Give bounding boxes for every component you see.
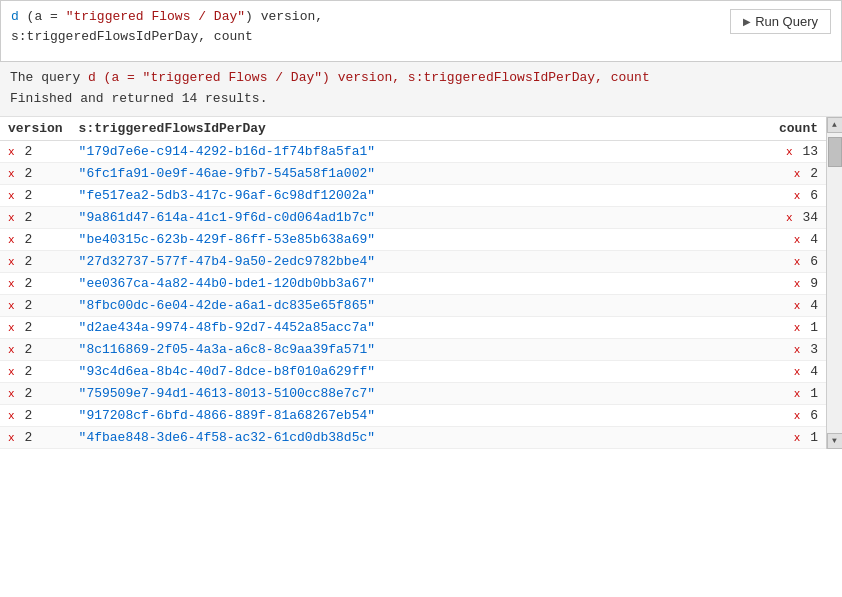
table-row: x 2"8fbc00dc-6e04-42de-a6a1-dc835e65f865…	[0, 294, 826, 316]
info-suffix: Finished and returned 14 results.	[10, 91, 267, 106]
results-container: version s:triggeredFlowsIdPerDay count x…	[0, 117, 842, 449]
query-bar: d (a = "triggered Flows / Day") version,…	[0, 0, 842, 62]
scroll-track[interactable]	[827, 133, 842, 433]
x-icon: x	[794, 168, 801, 180]
id-link[interactable]: "759509e7-94d1-4613-8013-5100cc88e7c7"	[79, 386, 375, 401]
x-icon: x	[786, 146, 793, 158]
id-link[interactable]: "8fbc00dc-6e04-42de-a6a1-dc835e65f865"	[79, 298, 375, 313]
cell-count: x 34	[746, 206, 826, 228]
x-icon: x	[794, 234, 801, 246]
scroll-up-arrow[interactable]: ▲	[827, 117, 843, 133]
cell-id[interactable]: "917208cf-6bfd-4866-889f-81a68267eb54"	[71, 404, 746, 426]
table-row: x 2"759509e7-94d1-4613-8013-5100cc88e7c7…	[0, 382, 826, 404]
id-link[interactable]: "fe517ea2-5db3-417c-96af-6c98df12002a"	[79, 188, 375, 203]
query-string: "triggered Flows / Day"	[66, 9, 245, 24]
header-count: count	[746, 117, 826, 141]
cell-version: x 2	[0, 382, 71, 404]
cell-id[interactable]: "6fc1fa91-0e9f-46ae-9fb7-545a58f1a002"	[71, 162, 746, 184]
info-query: d (a = "triggered Flows / Day") version,…	[88, 70, 650, 85]
table-row: x 2"ee0367ca-4a82-44b0-bde1-120db0bb3a67…	[0, 272, 826, 294]
x-icon: x	[8, 410, 15, 422]
id-link[interactable]: "27d32737-577f-47b4-9a50-2edc9782bbe4"	[79, 254, 375, 269]
run-query-button[interactable]: ▶ Run Query	[730, 9, 831, 34]
cell-id[interactable]: "179d7e6e-c914-4292-b16d-1f74bf8a5fa1"	[71, 140, 746, 162]
x-icon: x	[8, 168, 15, 180]
x-icon: x	[8, 256, 15, 268]
query-line2: s:triggeredFlowsIdPerDay, count	[11, 29, 253, 44]
cell-version: x 2	[0, 426, 71, 448]
cell-version: x 2	[0, 162, 71, 184]
query-display: d (a = "triggered Flows / Day") version,…	[11, 7, 718, 46]
table-row: x 2"93c4d6ea-8b4c-40d7-8dce-b8f010a629ff…	[0, 360, 826, 382]
x-icon: x	[794, 410, 801, 422]
cell-count: x 3	[746, 338, 826, 360]
id-link[interactable]: "8c116869-2f05-4a3a-a6c8-8c9aa39fa571"	[79, 342, 375, 357]
cell-count: x 1	[746, 316, 826, 338]
x-icon: x	[8, 190, 15, 202]
cell-id[interactable]: "d2ae434a-9974-48fb-92d7-4452a85acc7a"	[71, 316, 746, 338]
id-link[interactable]: "93c4d6ea-8b4c-40d7-8dce-b8f010a629ff"	[79, 364, 375, 379]
cell-id[interactable]: "4fbae848-3de6-4f58-ac32-61cd0db38d5c"	[71, 426, 746, 448]
cell-count: x 13	[746, 140, 826, 162]
cell-id[interactable]: "27d32737-577f-47b4-9a50-2edc9782bbe4"	[71, 250, 746, 272]
cell-version: x 2	[0, 184, 71, 206]
x-icon: x	[8, 388, 15, 400]
cell-id[interactable]: "93c4d6ea-8b4c-40d7-8dce-b8f010a629ff"	[71, 360, 746, 382]
id-link[interactable]: "917208cf-6bfd-4866-889f-81a68267eb54"	[79, 408, 375, 423]
cell-id[interactable]: "8c116869-2f05-4a3a-a6c8-8c9aa39fa571"	[71, 338, 746, 360]
cell-id[interactable]: "ee0367ca-4a82-44b0-bde1-120db0bb3a67"	[71, 272, 746, 294]
table-row: x 2"917208cf-6bfd-4866-889f-81a68267eb54…	[0, 404, 826, 426]
scroll-thumb[interactable]	[828, 137, 842, 167]
x-icon: x	[8, 366, 15, 378]
table-row: x 2"6fc1fa91-0e9f-46ae-9fb7-545a58f1a002…	[0, 162, 826, 184]
table-header-row: version s:triggeredFlowsIdPerDay count	[0, 117, 826, 141]
x-icon: x	[8, 322, 15, 334]
table-row: x 2"d2ae434a-9974-48fb-92d7-4452a85acc7a…	[0, 316, 826, 338]
cell-id[interactable]: "be40315c-623b-429f-86ff-53e85b638a69"	[71, 228, 746, 250]
x-icon: x	[8, 300, 15, 312]
table-row: x 2"be40315c-623b-429f-86ff-53e85b638a69…	[0, 228, 826, 250]
query-plain-1: (a =	[19, 9, 66, 24]
cell-count: x 6	[746, 250, 826, 272]
id-link[interactable]: "ee0367ca-4a82-44b0-bde1-120db0bb3a67"	[79, 276, 375, 291]
id-link[interactable]: "6fc1fa91-0e9f-46ae-9fb7-545a58f1a002"	[79, 166, 375, 181]
id-link[interactable]: "179d7e6e-c914-4292-b16d-1f74bf8a5fa1"	[79, 144, 375, 159]
results-table-wrapper: version s:triggeredFlowsIdPerDay count x…	[0, 117, 842, 449]
cell-id[interactable]: "8fbc00dc-6e04-42de-a6a1-dc835e65f865"	[71, 294, 746, 316]
info-prefix: The query	[10, 70, 88, 85]
table-row: x 2"9a861d47-614a-41c1-9f6d-c0d064ad1b7c…	[0, 206, 826, 228]
table-row: x 2"fe517ea2-5db3-417c-96af-6c98df12002a…	[0, 184, 826, 206]
cell-version: x 2	[0, 206, 71, 228]
x-icon: x	[794, 256, 801, 268]
scroll-down-arrow[interactable]: ▼	[827, 433, 843, 449]
cell-version: x 2	[0, 294, 71, 316]
x-icon: x	[794, 190, 801, 202]
cell-count: x 2	[746, 162, 826, 184]
x-icon: x	[8, 432, 15, 444]
cell-id[interactable]: "9a861d47-614a-41c1-9f6d-c0d064ad1b7c"	[71, 206, 746, 228]
cell-count: x 4	[746, 360, 826, 382]
id-link[interactable]: "9a861d47-614a-41c1-9f6d-c0d064ad1b7c"	[79, 210, 375, 225]
query-keyword: d	[11, 9, 19, 24]
cell-id[interactable]: "fe517ea2-5db3-417c-96af-6c98df12002a"	[71, 184, 746, 206]
x-icon: x	[794, 432, 801, 444]
id-link[interactable]: "d2ae434a-9974-48fb-92d7-4452a85acc7a"	[79, 320, 375, 335]
id-link[interactable]: "4fbae848-3de6-4f58-ac32-61cd0db38d5c"	[79, 430, 375, 445]
table-row: x 2"8c116869-2f05-4a3a-a6c8-8c9aa39fa571…	[0, 338, 826, 360]
x-icon: x	[8, 278, 15, 290]
x-icon: x	[8, 212, 15, 224]
x-icon: x	[8, 234, 15, 246]
run-query-label: Run Query	[755, 14, 818, 29]
x-icon: x	[8, 344, 15, 356]
x-icon: x	[786, 212, 793, 224]
scrollbar[interactable]: ▲ ▼	[826, 117, 842, 449]
x-icon: x	[794, 278, 801, 290]
cell-version: x 2	[0, 404, 71, 426]
query-plain-2: ) version,	[245, 9, 323, 24]
x-icon: x	[794, 300, 801, 312]
header-version: version	[0, 117, 71, 141]
id-link[interactable]: "be40315c-623b-429f-86ff-53e85b638a69"	[79, 232, 375, 247]
cell-id[interactable]: "759509e7-94d1-4613-8013-5100cc88e7c7"	[71, 382, 746, 404]
table-row: x 2"27d32737-577f-47b4-9a50-2edc9782bbe4…	[0, 250, 826, 272]
x-icon: x	[794, 388, 801, 400]
